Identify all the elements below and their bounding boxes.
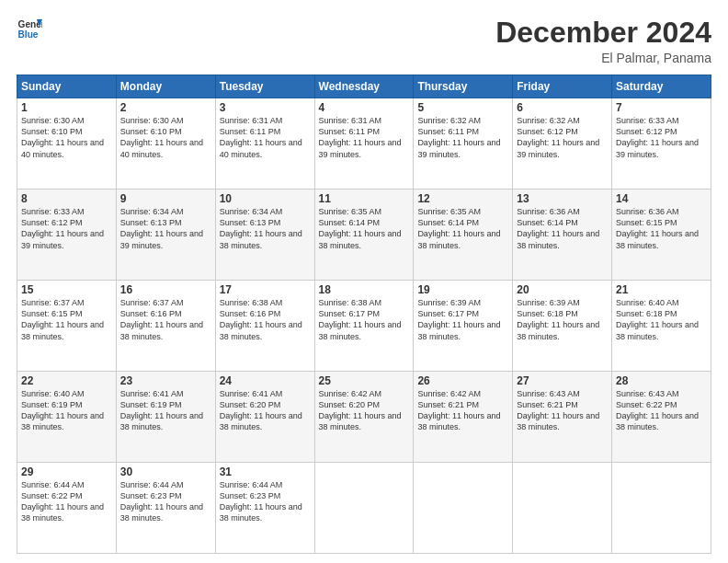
table-row: 25Sunrise: 6:42 AMSunset: 6:20 PMDayligh… <box>314 372 414 463</box>
table-row: 15Sunrise: 6:37 AMSunset: 6:15 PMDayligh… <box>17 281 117 372</box>
page: General Blue December 2024 El Palmar, Pa… <box>0 0 728 563</box>
day-number: 24 <box>220 374 311 387</box>
logo-icon: General Blue <box>17 17 42 42</box>
logo: General Blue <box>17 17 42 42</box>
table-row: 10Sunrise: 6:34 AMSunset: 6:13 PMDayligh… <box>215 190 314 281</box>
header: General Blue December 2024 El Palmar, Pa… <box>17 17 711 65</box>
subtitle: El Palmar, Panama <box>495 51 711 65</box>
day-info: Sunrise: 6:31 AMSunset: 6:11 PMDaylight:… <box>220 115 311 160</box>
table-row: 1Sunrise: 6:30 AMSunset: 6:10 PMDaylight… <box>17 98 117 190</box>
day-info: Sunrise: 6:42 AMSunset: 6:20 PMDaylight:… <box>319 388 410 433</box>
calendar-week-row: 29Sunrise: 6:44 AMSunset: 6:22 PMDayligh… <box>17 463 711 554</box>
day-info: Sunrise: 6:39 AMSunset: 6:17 PMDaylight:… <box>417 297 508 342</box>
day-info: Sunrise: 6:30 AMSunset: 6:10 PMDaylight:… <box>21 115 112 160</box>
day-number: 21 <box>616 283 707 296</box>
table-row: 2Sunrise: 6:30 AMSunset: 6:10 PMDaylight… <box>116 98 215 190</box>
table-row <box>414 463 513 554</box>
table-row: 30Sunrise: 6:44 AMSunset: 6:23 PMDayligh… <box>116 463 215 554</box>
day-number: 12 <box>417 192 508 205</box>
day-info: Sunrise: 6:34 AMSunset: 6:13 PMDaylight:… <box>120 206 211 251</box>
day-info: Sunrise: 6:35 AMSunset: 6:14 PMDaylight:… <box>319 206 410 251</box>
day-info: Sunrise: 6:36 AMSunset: 6:14 PMDaylight:… <box>517 206 608 251</box>
calendar-week-row: 15Sunrise: 6:37 AMSunset: 6:15 PMDayligh… <box>17 281 711 372</box>
day-info: Sunrise: 6:30 AMSunset: 6:10 PMDaylight:… <box>120 115 211 160</box>
day-number: 23 <box>120 374 211 387</box>
day-info: Sunrise: 6:32 AMSunset: 6:12 PMDaylight:… <box>517 115 608 160</box>
table-row: 24Sunrise: 6:41 AMSunset: 6:20 PMDayligh… <box>215 372 314 463</box>
calendar-week-row: 22Sunrise: 6:40 AMSunset: 6:19 PMDayligh… <box>17 372 711 463</box>
day-info: Sunrise: 6:41 AMSunset: 6:20 PMDaylight:… <box>220 388 311 433</box>
day-number: 17 <box>220 283 311 296</box>
day-number: 28 <box>616 374 707 387</box>
day-number: 11 <box>319 192 410 205</box>
day-info: Sunrise: 6:43 AMSunset: 6:22 PMDaylight:… <box>616 388 707 433</box>
day-number: 7 <box>616 101 707 114</box>
day-number: 25 <box>319 374 410 387</box>
table-row: 23Sunrise: 6:41 AMSunset: 6:19 PMDayligh… <box>116 372 215 463</box>
day-info: Sunrise: 6:43 AMSunset: 6:21 PMDaylight:… <box>517 388 608 433</box>
table-row: 17Sunrise: 6:38 AMSunset: 6:16 PMDayligh… <box>215 281 314 372</box>
day-number: 10 <box>220 192 311 205</box>
table-row: 20Sunrise: 6:39 AMSunset: 6:18 PMDayligh… <box>513 281 612 372</box>
day-number: 16 <box>120 283 211 296</box>
svg-text:Blue: Blue <box>18 29 39 40</box>
day-number: 31 <box>220 465 311 478</box>
calendar-week-row: 8Sunrise: 6:33 AMSunset: 6:12 PMDaylight… <box>17 190 711 281</box>
table-row: 12Sunrise: 6:35 AMSunset: 6:14 PMDayligh… <box>414 190 513 281</box>
day-info: Sunrise: 6:31 AMSunset: 6:11 PMDaylight:… <box>319 115 410 160</box>
day-info: Sunrise: 6:32 AMSunset: 6:11 PMDaylight:… <box>417 115 508 160</box>
day-number: 2 <box>120 101 211 114</box>
table-row: 14Sunrise: 6:36 AMSunset: 6:15 PMDayligh… <box>612 190 711 281</box>
day-number: 5 <box>417 101 508 114</box>
day-info: Sunrise: 6:33 AMSunset: 6:12 PMDaylight:… <box>616 115 707 160</box>
day-info: Sunrise: 6:40 AMSunset: 6:19 PMDaylight:… <box>21 388 112 433</box>
table-row: 11Sunrise: 6:35 AMSunset: 6:14 PMDayligh… <box>314 190 414 281</box>
table-row: 4Sunrise: 6:31 AMSunset: 6:11 PMDaylight… <box>314 98 414 190</box>
table-row <box>513 463 612 554</box>
table-row <box>314 463 414 554</box>
day-info: Sunrise: 6:38 AMSunset: 6:17 PMDaylight:… <box>319 297 410 342</box>
table-row: 27Sunrise: 6:43 AMSunset: 6:21 PMDayligh… <box>513 372 612 463</box>
day-info: Sunrise: 6:41 AMSunset: 6:19 PMDaylight:… <box>120 388 211 433</box>
col-tuesday: Tuesday <box>215 75 314 98</box>
col-sunday: Sunday <box>17 75 117 98</box>
title-block: December 2024 El Palmar, Panama <box>495 17 711 65</box>
day-number: 3 <box>220 101 311 114</box>
day-info: Sunrise: 6:34 AMSunset: 6:13 PMDaylight:… <box>220 206 311 251</box>
day-number: 15 <box>21 283 112 296</box>
day-info: Sunrise: 6:36 AMSunset: 6:15 PMDaylight:… <box>616 206 707 251</box>
day-number: 26 <box>417 374 508 387</box>
col-wednesday: Wednesday <box>314 75 414 98</box>
day-number: 22 <box>21 374 112 387</box>
day-info: Sunrise: 6:39 AMSunset: 6:18 PMDaylight:… <box>517 297 608 342</box>
day-number: 14 <box>616 192 707 205</box>
day-number: 30 <box>120 465 211 478</box>
table-row: 3Sunrise: 6:31 AMSunset: 6:11 PMDaylight… <box>215 98 314 190</box>
day-number: 9 <box>120 192 211 205</box>
day-number: 27 <box>517 374 608 387</box>
day-number: 18 <box>319 283 410 296</box>
day-number: 29 <box>21 465 112 478</box>
day-number: 6 <box>517 101 608 114</box>
day-info: Sunrise: 6:44 AMSunset: 6:23 PMDaylight:… <box>120 479 211 524</box>
day-info: Sunrise: 6:44 AMSunset: 6:23 PMDaylight:… <box>220 479 311 524</box>
day-info: Sunrise: 6:42 AMSunset: 6:21 PMDaylight:… <box>417 388 508 433</box>
table-row: 22Sunrise: 6:40 AMSunset: 6:19 PMDayligh… <box>17 372 117 463</box>
day-info: Sunrise: 6:35 AMSunset: 6:14 PMDaylight:… <box>417 206 508 251</box>
table-row: 18Sunrise: 6:38 AMSunset: 6:17 PMDayligh… <box>314 281 414 372</box>
table-row: 16Sunrise: 6:37 AMSunset: 6:16 PMDayligh… <box>116 281 215 372</box>
day-number: 1 <box>21 101 112 114</box>
day-info: Sunrise: 6:38 AMSunset: 6:16 PMDaylight:… <box>220 297 311 342</box>
weekday-header-row: Sunday Monday Tuesday Wednesday Thursday… <box>17 75 711 98</box>
table-row: 21Sunrise: 6:40 AMSunset: 6:18 PMDayligh… <box>612 281 711 372</box>
table-row: 19Sunrise: 6:39 AMSunset: 6:17 PMDayligh… <box>414 281 513 372</box>
calendar-week-row: 1Sunrise: 6:30 AMSunset: 6:10 PMDaylight… <box>17 98 711 190</box>
calendar-table: Sunday Monday Tuesday Wednesday Thursday… <box>17 75 711 554</box>
table-row: 26Sunrise: 6:42 AMSunset: 6:21 PMDayligh… <box>414 372 513 463</box>
day-info: Sunrise: 6:37 AMSunset: 6:16 PMDaylight:… <box>120 297 211 342</box>
col-thursday: Thursday <box>414 75 513 98</box>
col-saturday: Saturday <box>612 75 711 98</box>
table-row: 8Sunrise: 6:33 AMSunset: 6:12 PMDaylight… <box>17 190 117 281</box>
table-row: 29Sunrise: 6:44 AMSunset: 6:22 PMDayligh… <box>17 463 117 554</box>
col-monday: Monday <box>116 75 215 98</box>
